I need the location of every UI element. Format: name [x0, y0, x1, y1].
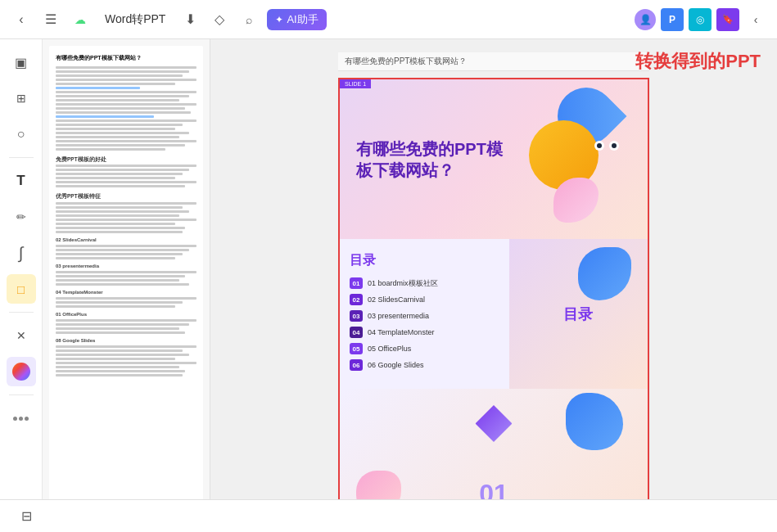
ai-assistant-button[interactable]: ✦ AI助手 — [267, 9, 326, 30]
toc-item-4: 04 04 TemplateMonster — [350, 327, 499, 338]
doc-line — [56, 283, 189, 286]
doc-line — [56, 66, 197, 69]
connector-tool[interactable]: ✕ — [7, 321, 36, 350]
doc-line — [56, 144, 185, 147]
slide-3-content[interactable]: 01 01 boardmix模板社区 — [340, 389, 648, 499]
toc-left-panel: 目录 01 01 boardmix模板社区 02 02 SlidesCarniv… — [340, 239, 509, 389]
document-preview: 有哪些免费的PPT模板下载网站？ 免费PPT模板的好处 — [43, 39, 210, 499]
pen-tool[interactable]: ✏ — [7, 202, 36, 232]
doc-line — [56, 366, 179, 368]
doc-line — [56, 275, 185, 277]
toolbar: ‹ ☰ ☁ Word转PPT ⬇ ◇ ⌕ ✦ AI助手 👤 P ◎ 🔖 ‹ — [0, 0, 777, 39]
bookmark-button[interactable]: 🔖 — [716, 8, 739, 31]
doc-line — [56, 319, 197, 322]
sidebar-sep-2 — [9, 312, 34, 313]
eyes-shape — [594, 141, 619, 151]
doc-line — [56, 169, 189, 171]
doc-line — [56, 128, 175, 130]
doc-line — [56, 79, 197, 81]
doc-line — [56, 297, 197, 300]
doc-line — [56, 345, 197, 348]
toc-item-1: 01 01 boardmix模板社区 — [350, 277, 499, 289]
purple-gem-shape — [476, 405, 513, 442]
slide-3-number: 01 — [479, 479, 508, 499]
download-button[interactable]: ⬇ — [178, 8, 201, 31]
doc-line — [56, 249, 189, 251]
shape-tool[interactable]: ▣ — [7, 47, 36, 77]
slide-tab-label: SLIDE 1 — [340, 79, 371, 88]
doc-section-numbered: 08 Google Slides — [56, 337, 197, 345]
forward-button[interactable]: ‹ — [744, 8, 767, 31]
doc-line — [56, 271, 197, 273]
doc-line — [56, 202, 197, 205]
doc-section-numbered: 03 presentermedia — [56, 263, 197, 270]
slide-2-toc[interactable]: 目录 01 01 boardmix模板社区 02 02 SlidesCarniv… — [340, 239, 648, 389]
circle-tool[interactable]: ○ — [7, 119, 36, 149]
doc-section: 免费PPT模板的好处 — [56, 156, 197, 164]
doc-line — [56, 107, 185, 110]
search-button[interactable]: ⌕ — [237, 8, 260, 31]
slide-1-title[interactable]: SLIDE 1 有哪些免费的PPT模板下载网站？ — [340, 79, 648, 239]
pink-blob-shape — [553, 178, 599, 223]
ppt-preview-area: 转换得到的PPT 有哪些免费的PPT模板下载网站？ SLIDE 1 有哪些免费的… — [210, 39, 777, 499]
doc-line — [56, 370, 185, 372]
doc-line — [56, 305, 175, 308]
doc-line — [56, 177, 175, 179]
doc-line — [56, 206, 183, 209]
blue-blob-toc-shape — [578, 247, 631, 300]
note-tool[interactable]: □ — [7, 274, 36, 304]
doc-line — [56, 74, 183, 77]
doc-line — [56, 245, 197, 247]
doc-line — [56, 358, 175, 360]
text-tool[interactable]: T — [7, 166, 36, 196]
color-tool[interactable] — [7, 357, 36, 386]
toc-item-6: 06 06 Google Slides — [350, 359, 499, 371]
more-tools[interactable] — [7, 404, 36, 433]
ppt-title-bar: 有哪些免费的PPT模板下载网站？ — [338, 52, 649, 71]
doc-section-numbered: 04 TemplateMonster — [56, 289, 197, 296]
doc-section: 优秀PPT模板特征 — [56, 192, 197, 201]
document-content: 有哪些免费的PPT模板下载网站？ 免费PPT模板的好处 — [49, 46, 203, 499]
doc-line — [56, 173, 183, 175]
doc-line — [56, 132, 189, 134]
doc-line — [56, 323, 189, 326]
doc-line — [56, 214, 179, 217]
doc-line — [56, 185, 185, 187]
c-icon-button[interactable]: ◎ — [689, 8, 711, 31]
avatar-button[interactable]: 👤 — [635, 9, 656, 30]
doc-line — [56, 374, 183, 376]
doc-line — [56, 181, 197, 183]
doc-line — [56, 327, 179, 330]
menu-button[interactable]: ☰ — [39, 8, 62, 31]
doc-line — [56, 148, 165, 151]
doc-line — [56, 223, 175, 225]
doc-line — [56, 253, 183, 255]
tag-button[interactable]: ◇ — [208, 8, 231, 31]
toc-item-2: 02 02 SlidesCarnival — [350, 294, 499, 305]
layout-tool[interactable]: ⊞ — [7, 83, 36, 113]
doc-line — [56, 70, 189, 73]
doc-line — [56, 136, 179, 138]
doc-section-numbered: 02 SlidesCarnival — [56, 237, 197, 244]
doc-line — [56, 140, 197, 142]
toc-right-panel: 目录 — [509, 239, 648, 389]
doc-link-line — [56, 87, 140, 89]
doc-line — [56, 83, 175, 85]
doc-line — [56, 301, 183, 304]
toc-section-title: 目录 — [350, 252, 499, 269]
doc-line — [56, 279, 179, 282]
back-button[interactable]: ‹ — [10, 8, 33, 31]
cloud-button[interactable]: ☁ — [69, 8, 92, 31]
left-sidebar: ▣ ⊞ ○ T ✏ ∫ □ ✕ — [0, 39, 43, 499]
p-icon-button[interactable]: P — [661, 8, 684, 31]
curve-tool[interactable]: ∫ — [7, 238, 36, 268]
doc-line — [56, 124, 183, 126]
doc-line — [56, 349, 183, 352]
ppt-slides-container[interactable]: SLIDE 1 有哪些免费的PPT模板下载网站？ 目录 01 01 boardm — [338, 78, 649, 499]
doc-line — [56, 99, 179, 101]
toolbar-title: Word转PPT — [105, 12, 165, 27]
doc-section-numbered: 01 OfficePlus — [56, 311, 197, 318]
doc-line — [56, 111, 191, 114]
blue-blob-3-shape — [566, 393, 623, 450]
bottom-tool-icon[interactable]: ⊟ — [13, 503, 39, 530]
